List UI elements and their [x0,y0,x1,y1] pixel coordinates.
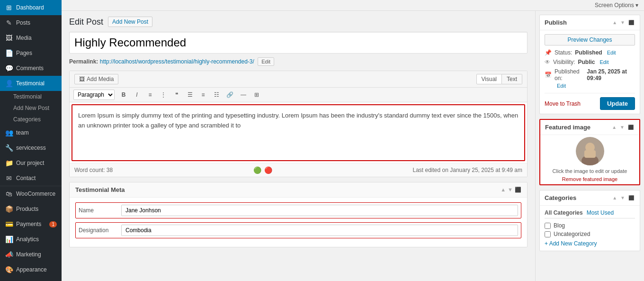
sidebar-item-contact[interactable]: ✉ Contact [0,171,62,186]
meta-designation-row: Designation [75,222,521,238]
category-blog-label: Blog [554,222,565,229]
category-blog: Blog [545,222,635,229]
meta-collapse-icon[interactable]: ▲ [501,187,506,193]
featured-drag-icon[interactable]: ⬛ [627,125,635,130]
categories-collapse-icon[interactable]: ▲ [611,195,618,200]
most-used-tab[interactable]: Most Used [587,209,614,216]
add-new-post-button[interactable]: Add New Post [108,17,152,27]
media-icon: 🖼 [5,34,13,42]
publish-collapse-icon[interactable]: ▲ [611,20,618,25]
publish-title: Publish [545,19,567,26]
sidebar-sub-categories[interactable]: Categories [0,114,62,125]
categories-expand-icon[interactable]: ▼ [619,195,626,200]
category-uncategorized-checkbox[interactable] [545,231,551,237]
featured-image-box: Featured image ▲ ▼ ⬛ [539,119,640,185]
meta-drag-icon[interactable]: ⬛ [515,187,521,193]
sidebar-item-yith[interactable]: ⚙ YITH [0,277,62,281]
list-button[interactable]: ≡ [144,90,156,100]
status-value: Published [575,49,602,56]
sidebar-item-products[interactable]: 📦 Products [0,201,62,217]
sidebar-item-posts[interactable]: ✎ Posts [0,15,62,30]
services-icon: 🔧 [5,144,13,152]
add-media-icon: 🖼 [79,76,85,82]
featured-collapse-icon[interactable]: ▲ [611,125,617,130]
visibility-edit-link[interactable]: Edit [599,59,608,65]
sidebar-label-media: Media [16,35,32,41]
paragraph-select[interactable]: Paragraph [73,90,115,100]
testimonial-icon: 👤 [5,80,13,87]
add-new-category-link[interactable]: + Add New Category [545,240,635,247]
permalink-url[interactable]: http://localhost/wordpress/testimonial/h… [100,58,254,65]
editor-footer: Word count: 38 🟢 🔴 Last edited on Januar… [70,163,527,177]
emoji-icon[interactable]: 🟢 [253,166,261,174]
publish-expand-icon[interactable]: ▼ [619,20,626,25]
category-uncategorized: Uncategorized [545,231,635,237]
screen-options-button[interactable]: Screen Options ▾ [595,2,638,9]
link-button[interactable]: 🔗 [224,90,236,100]
status-icon: 📌 [545,49,552,56]
category-blog-checkbox[interactable] [545,223,551,229]
featured-image-caption: Click the image to edit or update [542,168,637,174]
italic-button[interactable]: I [131,90,143,100]
categories-drag-icon[interactable]: ⬛ [627,195,635,200]
ordered-list-button[interactable]: ⋮ [157,90,170,100]
sidebar-item-analytics[interactable]: 📊 Analytics [0,232,62,247]
sidebar-item-appearance[interactable]: 🎨 Appearance [0,262,62,277]
meta-designation-input[interactable] [121,225,518,236]
update-button[interactable]: Update [600,97,635,110]
featured-image-thumbnail[interactable] [576,137,604,165]
sidebar-item-media[interactable]: 🖼 Media [0,30,62,45]
move-to-trash-link[interactable]: Move to Trash [545,100,581,107]
distraction-free-icon[interactable]: 🔴 [264,166,272,174]
meta-box-header: Testimonial Meta ▲ ▼ ⬛ [70,182,527,198]
remove-featured-image-link[interactable]: Remove featured image [562,176,617,182]
publish-actions: Move to Trash Update [545,93,635,110]
analytics-icon: 📊 [5,236,13,243]
sidebar-item-team[interactable]: 👥 team [0,125,62,140]
editor-content-area[interactable]: Lorem Ipsum is simply dummy text of the … [72,104,525,161]
publish-box-body: Preview Changes 📌 Status: Published Edit… [540,30,640,114]
publish-drag-icon[interactable]: ⬛ [627,20,635,25]
add-media-button[interactable]: 🖼 Add Media [74,74,118,84]
post-title-input[interactable] [69,32,528,54]
category-uncategorized-label: Uncategorized [554,231,590,237]
featured-expand-icon[interactable]: ▼ [619,125,626,130]
sidebar-item-pages[interactable]: 📄 Pages [0,45,62,61]
categories-header: Categories ▲ ▼ ⬛ [540,190,640,206]
sidebar-item-our-project[interactable]: 📁 Our project [0,155,62,171]
sidebar-label-services: servicecess [16,145,46,151]
visual-tab[interactable]: Visual [476,74,502,84]
sidebar-item-payments[interactable]: 💳 Payments 1 [0,217,62,232]
all-categories-tab[interactable]: All Categories [545,209,583,216]
align-right-button[interactable]: ☷ [210,90,223,100]
sidebar-item-testimonial[interactable]: 👤 Testimonial [0,76,62,91]
blockquote-button[interactable]: ❝ [170,90,183,100]
appearance-icon: 🎨 [5,266,13,273]
project-icon: 📁 [5,159,13,167]
table-button[interactable]: ⊞ [250,90,263,100]
categories-title: Categories [545,194,576,201]
align-left-button[interactable]: ☰ [184,90,196,100]
permalink-edit-button[interactable]: Edit [258,57,274,66]
sidebar-item-comments[interactable]: 💬 Comments [0,61,62,76]
bold-button[interactable]: B [117,90,130,100]
sidebar-sub-testimonial[interactable]: Testimonial [0,91,62,102]
meta-expand-icon[interactable]: ▼ [508,187,513,193]
sidebar-item-dashboard[interactable]: ⊞ Dashboard [0,0,62,15]
sidebar-item-services[interactable]: 🔧 servicecess [0,140,62,155]
contact-icon: ✉ [5,174,13,182]
sidebar-item-marketing[interactable]: 📣 Marketing [0,247,62,262]
screen-options-label: Screen Options ▾ [595,2,638,9]
categories-body: All Categories Most Used Blog Uncategori… [540,206,640,251]
status-edit-link[interactable]: Edit [607,50,616,55]
more-button[interactable]: — [237,90,250,100]
sidebar-sub-add-new[interactable]: Add New Post [0,102,62,114]
preview-changes-button[interactable]: Preview Changes [545,34,635,45]
sidebar-label-pages: Pages [16,50,32,56]
featured-image-body: Click the image to edit or update Remove… [540,135,639,184]
align-center-button[interactable]: ≡ [197,90,209,100]
text-tab[interactable]: Text [502,74,522,84]
meta-name-input[interactable] [121,205,518,216]
sidebar-item-woocommerce[interactable]: 🛍 WooCommerce [0,186,62,201]
published-edit-link[interactable]: Edit [557,83,566,89]
